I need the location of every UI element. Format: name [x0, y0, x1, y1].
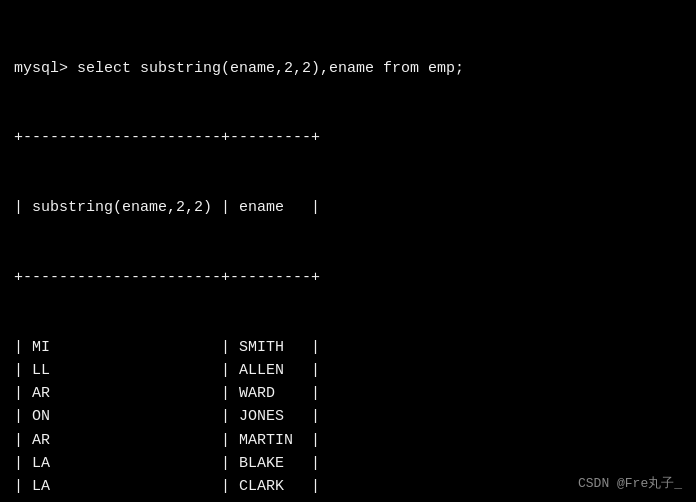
table-row: | AR | MARTIN |: [14, 429, 682, 452]
table-row: | ON | JONES |: [14, 405, 682, 428]
table-row: | AR | WARD |: [14, 382, 682, 405]
watermark: CSDN @Fre丸子_: [578, 474, 682, 492]
terminal-window: mysql> select substring(ename,2,2),ename…: [14, 10, 682, 492]
separator-header: +----------------------+---------+: [14, 266, 682, 289]
separator-top: +----------------------+---------+: [14, 126, 682, 149]
table-row: | LL | ALLEN |: [14, 359, 682, 382]
table-row: | MI | SMITH |: [14, 336, 682, 359]
table-row: | LA | BLAKE |: [14, 452, 682, 475]
prompt-line: mysql> select substring(ename,2,2),ename…: [14, 57, 682, 80]
table-row: | CO | SCOTT |: [14, 498, 682, 502]
header-row: | substring(ename,2,2) | ename |: [14, 196, 682, 219]
